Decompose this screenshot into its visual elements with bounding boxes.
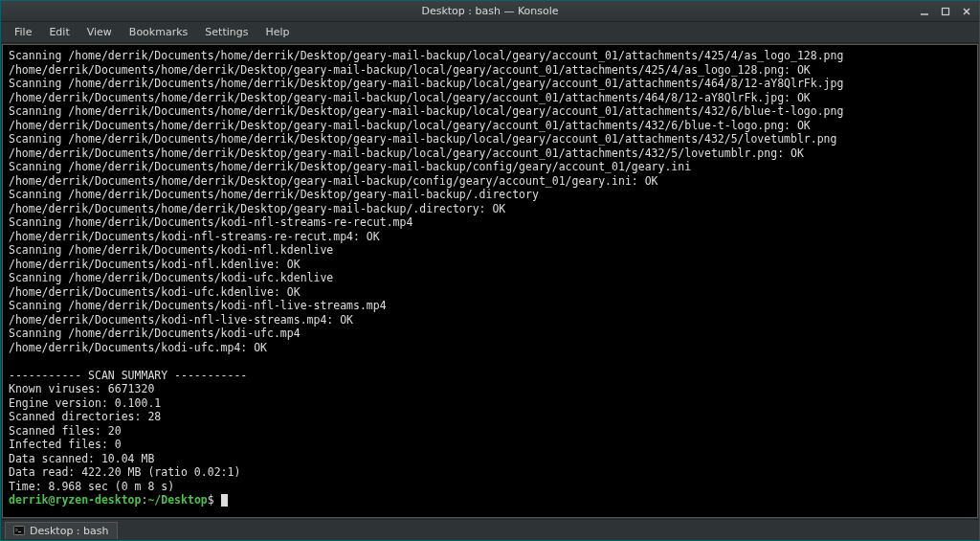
terminal-line: Scanning /home/derrik/Documents/kodi-ufc…: [9, 327, 971, 341]
minimize-button[interactable]: [918, 5, 931, 18]
menu-settings[interactable]: Settings: [197, 23, 256, 41]
maximize-button[interactable]: [939, 5, 952, 18]
terminal-line: /home/derrik/Documents/home/derrik/Deskt…: [9, 91, 971, 105]
tabbar: Desktop : bash: [1, 519, 979, 540]
terminal-line: /home/derrik/Documents/kodi-ufc.kdenlive…: [9, 285, 971, 300]
terminal-line: Data scanned: 10.04 MB: [9, 452, 971, 466]
terminal-line: Scanning /home/derrik/Documents/kodi-nfl…: [9, 215, 971, 230]
titlebar[interactable]: Desktop : bash — Konsole: [1, 1, 979, 22]
terminal-line: Scanning /home/derrik/Documents/kodi-ufc…: [9, 271, 971, 285]
menu-help[interactable]: Help: [257, 23, 297, 41]
terminal-line: ----------- SCAN SUMMARY -----------: [9, 369, 971, 383]
menu-view[interactable]: View: [79, 23, 120, 41]
terminal-line: [9, 354, 971, 369]
terminal-line: /home/derrik/Documents/home/derrik/Deskt…: [9, 202, 971, 216]
terminal-line: Infected files: 0: [9, 438, 971, 452]
menu-file[interactable]: File: [7, 23, 39, 41]
terminal-line: /home/derrik/Documents/home/derrik/Deskt…: [9, 63, 971, 78]
terminal-line: Scanned directories: 28: [9, 410, 971, 424]
terminal-line: Engine version: 0.100.1: [9, 396, 971, 411]
window-title: Desktop : bash — Konsole: [421, 5, 558, 17]
terminal-line: /home/derrik/Documents/home/derrik/Deskt…: [9, 119, 971, 133]
tab-label: Desktop : bash: [30, 525, 109, 537]
terminal-line: /home/derrik/Documents/kodi-nfl.kdenlive…: [9, 258, 971, 272]
konsole-window: Desktop : bash — Konsole File Edit View …: [0, 0, 980, 541]
svg-rect-4: [14, 527, 25, 535]
terminal-line: Scanning /home/derrik/Documents/home/der…: [9, 104, 971, 119]
terminal-line: Scanning /home/derrik/Documents/home/der…: [9, 77, 971, 91]
close-button[interactable]: [960, 5, 973, 18]
terminal-line: /home/derrik/Documents/kodi-nfl-streams-…: [9, 230, 971, 244]
terminal-line: Data read: 422.20 MB (ratio 0.02:1): [9, 465, 971, 480]
menu-edit[interactable]: Edit: [41, 23, 77, 41]
menu-bookmarks[interactable]: Bookmarks: [122, 23, 195, 41]
menubar: File Edit View Bookmarks Settings Help: [1, 22, 979, 43]
terminal-output: Scanning /home/derrik/Documents/home/der…: [9, 49, 971, 507]
prompt-symbol: $: [208, 493, 221, 507]
terminal-line: Scanning /home/derrik/Documents/kodi-nfl…: [9, 299, 971, 313]
terminal-cursor: [221, 494, 228, 507]
terminal-icon: [13, 525, 25, 536]
terminal-prompt-line[interactable]: derrik@ryzen-desktop:~/Desktop$: [9, 493, 971, 507]
window-controls: [918, 5, 973, 18]
terminal-viewport[interactable]: Scanning /home/derrik/Documents/home/der…: [2, 44, 978, 518]
terminal-line: Known viruses: 6671320: [9, 382, 971, 396]
terminal-line: /home/derrik/Documents/home/derrik/Deskt…: [9, 147, 971, 161]
svg-rect-1: [943, 8, 949, 14]
terminal-line: /home/derrik/Documents/kodi-ufc.mp4: OK: [9, 341, 971, 355]
prompt-path: ~/Desktop: [147, 493, 207, 507]
terminal-line: Scanning /home/derrik/Documents/home/der…: [9, 160, 971, 174]
terminal-line: Scanning /home/derrik/Documents/home/der…: [9, 188, 971, 202]
tab-desktop-bash[interactable]: Desktop : bash: [5, 522, 118, 539]
terminal-line: Scanned files: 20: [9, 424, 971, 439]
terminal-line: Scanning /home/derrik/Documents/kodi-nfl…: [9, 243, 971, 258]
terminal-line: Time: 8.968 sec (0 m 8 s): [9, 480, 971, 494]
terminal-line: /home/derrik/Documents/home/derrik/Deskt…: [9, 174, 971, 189]
terminal-line: /home/derrik/Documents/kodi-nfl-live-str…: [9, 313, 971, 327]
terminal-line: Scanning /home/derrik/Documents/home/der…: [9, 49, 971, 63]
prompt-user: derrik@ryzen-desktop: [9, 493, 141, 507]
terminal-line: Scanning /home/derrik/Documents/home/der…: [9, 132, 971, 147]
